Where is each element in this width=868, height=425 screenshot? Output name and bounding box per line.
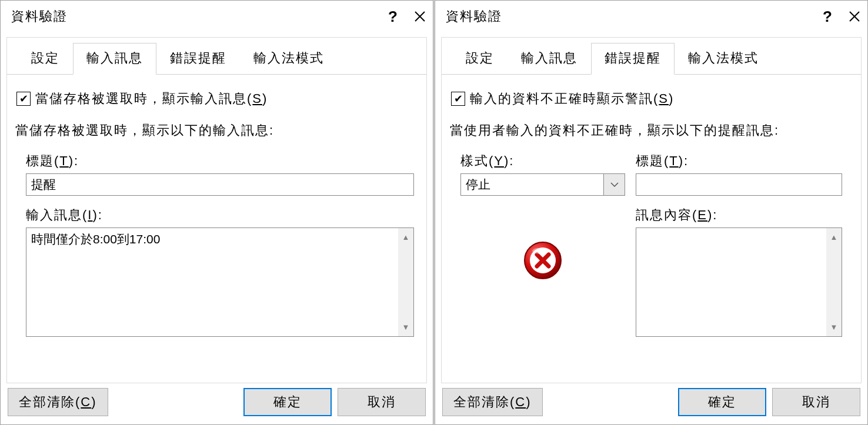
show-message-when-selected-row: ✔ 當儲存格被選取時，顯示輸入訊息(S) [15,90,418,108]
cancel-button[interactable]: 取消 [338,388,426,416]
textarea-scrollbar[interactable]: ▲ ▼ [398,228,413,336]
message-textarea-wrap: ▲ ▼ [26,227,414,337]
cancel-button[interactable]: 取消 [772,388,860,416]
show-alert-checkbox[interactable]: ✔ [451,92,465,106]
titlebar: 資料驗證 ? [1,1,433,32]
error-icon-area [460,196,625,325]
textarea-scrollbar[interactable]: ▲ ▼ [826,228,842,336]
dialog-content: 設定 輸入訊息 錯誤提醒 輸入法模式 ✔ 當儲存格被選取時，顯示輸入訊息(S) … [6,37,427,383]
err-title-input[interactable] [636,173,842,196]
data-validation-dialog-input-message: 資料驗證 ? 設定 輸入訊息 錯誤提醒 輸入法模式 ✔ 當儲存格被選取時，顯示輸… [0,0,433,425]
tab-input-message[interactable]: 輸入訊息 [73,43,156,75]
style-label: 樣式(Y): [460,152,625,170]
data-validation-dialog-error-alert: 資料驗證 ? 設定 輸入訊息 錯誤提醒 輸入法模式 ✔ 輸入的資料不正確時顯示警… [435,0,868,425]
err-msg-textarea[interactable] [636,228,826,336]
tab-error-alert[interactable]: 錯誤提醒 [156,43,240,75]
style-select[interactable]: 停止 [460,173,625,196]
help-icon[interactable]: ? [388,8,398,26]
err-msg-textarea-wrap: ▲ ▼ [636,227,842,337]
tab-settings[interactable]: 設定 [18,43,73,75]
close-icon[interactable] [849,11,860,22]
scroll-up-icon[interactable]: ▲ [830,233,838,242]
title-input[interactable] [26,173,414,196]
clear-all-button[interactable]: 全部清除(C) [442,388,543,416]
scroll-down-icon[interactable]: ▼ [402,323,410,332]
show-alert-checkbox-label: 輸入的資料不正確時顯示警訊(S) [470,90,674,108]
close-icon[interactable] [414,11,426,22]
tab-ime-mode[interactable]: 輸入法模式 [240,43,338,75]
section-text: 當儲存格被選取時，顯示以下的輸入訊息: [15,122,418,139]
dialog-title: 資料驗證 [11,8,68,25]
err-title-label: 標題(T): [636,152,842,170]
error-style-column: 樣式(Y): 停止 [460,152,625,337]
show-alert-when-invalid-row: ✔ 輸入的資料不正確時顯示警訊(S) [450,90,853,108]
style-select-value: 停止 [460,173,604,196]
section-text: 當使用者輸入的資料不正確時，顯示以下的提醒訊息: [450,122,853,139]
message-textarea[interactable] [26,228,398,336]
help-icon[interactable]: ? [823,8,832,26]
right-buttons: 確定 取消 [678,388,860,416]
err-msg-label: 訊息內容(E): [636,206,842,224]
ok-button[interactable]: 確定 [243,388,332,416]
show-message-checkbox[interactable]: ✔ [16,92,31,106]
tab-input-message[interactable]: 輸入訊息 [508,43,591,75]
dialog-title: 資料驗證 [446,8,502,25]
message-label: 輸入訊息(I): [26,206,418,224]
chevron-down-icon [610,182,619,187]
panel-input-message: ✔ 當儲存格被選取時，顯示輸入訊息(S) 當儲存格被選取時，顯示以下的輸入訊息:… [7,75,426,356]
title-group: 標題(T): [15,152,418,196]
style-select-dropdown-button[interactable] [604,173,625,196]
scroll-down-icon[interactable]: ▼ [830,323,838,332]
tab-bar: 設定 輸入訊息 錯誤提醒 輸入法模式 [7,42,426,75]
scroll-up-icon[interactable]: ▲ [402,233,410,242]
titlebar-controls: ? [823,8,860,26]
message-group: 輸入訊息(I): ▲ ▼ [15,206,418,337]
tab-ime-mode[interactable]: 輸入法模式 [675,43,772,75]
tab-bar: 設定 輸入訊息 錯誤提醒 輸入法模式 [442,42,861,75]
show-message-checkbox-label: 當儲存格被選取時，顯示輸入訊息(S) [35,90,268,108]
svg-point-8 [532,248,544,254]
title-label: 標題(T): [26,152,418,170]
ok-button[interactable]: 確定 [678,388,766,416]
dialog-content: 設定 輸入訊息 錯誤提醒 輸入法模式 ✔ 輸入的資料不正確時顯示警訊(S) 當使… [441,37,862,383]
error-right-column: 標題(T): 訊息內容(E): ▲ ▼ [636,152,853,337]
titlebar-controls: ? [388,8,426,26]
button-row: 全部清除(C) 確定 取消 [435,388,867,424]
button-row: 全部清除(C) 確定 取消 [1,388,433,424]
panel-error-alert: ✔ 輸入的資料不正確時顯示警訊(S) 當使用者輸入的資料不正確時，顯示以下的提醒… [442,75,861,345]
clear-all-button[interactable]: 全部清除(C) [8,388,108,416]
error-alert-columns: 樣式(Y): 停止 [450,152,853,337]
stop-error-icon [523,240,563,280]
right-buttons: 確定 取消 [243,388,426,416]
tab-error-alert[interactable]: 錯誤提醒 [591,43,675,75]
tab-settings[interactable]: 設定 [452,43,508,75]
titlebar: 資料驗證 ? [435,1,867,32]
